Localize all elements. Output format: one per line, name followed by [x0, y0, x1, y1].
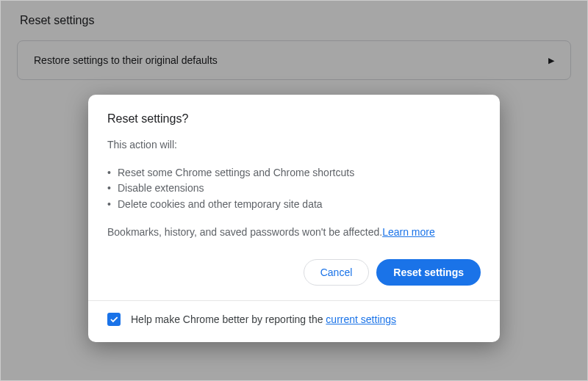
dialog-bullet-text: Reset some Chrome settings and Chrome sh…	[118, 165, 354, 181]
dialog-note: Bookmarks, history, and saved passwords …	[107, 225, 481, 241]
dialog-footer: Help make Chrome better by reporting the…	[88, 300, 500, 342]
current-settings-link[interactable]: current settings	[326, 313, 396, 325]
learn-more-link[interactable]: Learn more	[382, 226, 435, 238]
report-settings-checkbox[interactable]	[107, 313, 121, 326]
settings-page: Reset settings Restore settings to their…	[0, 0, 588, 381]
dialog-bullet: • Disable extensions	[107, 181, 481, 197]
check-icon	[109, 314, 119, 324]
dialog-actions: Cancel Reset settings	[88, 253, 500, 300]
dialog-title: Reset settings?	[107, 112, 481, 126]
cancel-button[interactable]: Cancel	[304, 259, 370, 286]
reset-settings-dialog: Reset settings? This action will: • Rese…	[88, 95, 500, 342]
footer-text: Help make Chrome better by reporting the…	[131, 313, 396, 325]
dialog-bullet-text: Delete cookies and other temporary site …	[118, 197, 323, 213]
reset-settings-button[interactable]: Reset settings	[376, 259, 481, 286]
dialog-bullet: • Delete cookies and other temporary sit…	[107, 197, 481, 213]
dialog-note-text: Bookmarks, history, and saved passwords …	[107, 226, 382, 238]
dialog-body: Reset settings? This action will: • Rese…	[88, 95, 500, 253]
dialog-bullet: • Reset some Chrome settings and Chrome …	[107, 165, 481, 181]
footer-text-prefix: Help make Chrome better by reporting the	[131, 313, 326, 325]
dialog-lead: This action will:	[107, 137, 481, 153]
dialog-description: This action will: • Reset some Chrome se…	[107, 137, 481, 240]
dialog-bullet-text: Disable extensions	[118, 181, 204, 197]
